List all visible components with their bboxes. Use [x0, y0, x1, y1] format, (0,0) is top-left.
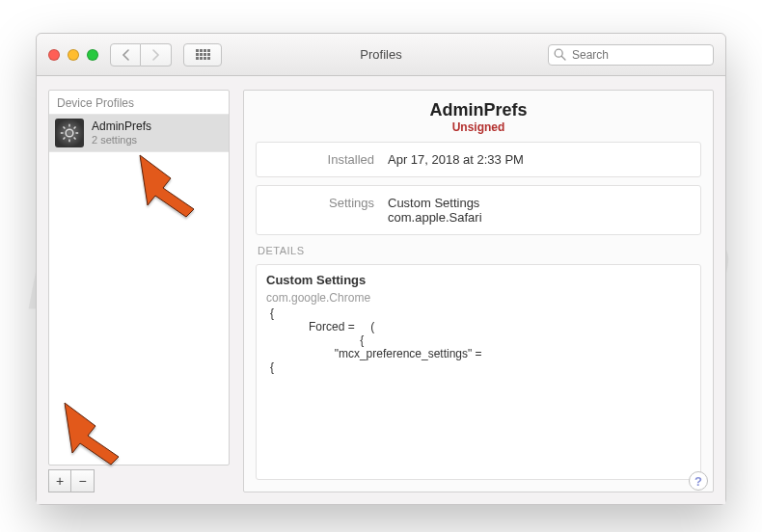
settings-card: Settings Custom Settings com.apple.Safar…: [256, 185, 701, 235]
show-all-button[interactable]: [183, 43, 222, 66]
minimize-icon[interactable]: [68, 49, 79, 61]
profile-item-adminprefs[interactable]: AdminPrefs 2 settings: [49, 114, 229, 152]
search-icon: [554, 48, 566, 64]
content-area: Device Profiles AdminPrefs 2 settings + …: [37, 76, 725, 504]
back-button[interactable]: [110, 43, 141, 66]
installed-label: Installed: [268, 152, 374, 167]
close-icon[interactable]: [48, 49, 60, 61]
profile-item-title: AdminPrefs: [92, 120, 151, 134]
details-title: Custom Settings: [266, 273, 691, 287]
forward-button[interactable]: [141, 43, 172, 66]
installed-card: Installed Apr 17, 2018 at 2:33 PM: [256, 142, 701, 177]
sidebar-bottom-toolbar: + −: [48, 466, 230, 492]
settings-label: Settings: [268, 196, 374, 225]
details-card: Custom Settings com.google.Chrome { Forc…: [256, 264, 701, 480]
help-button[interactable]: ?: [689, 471, 708, 491]
profiles-list: Device Profiles AdminPrefs 2 settings: [48, 90, 230, 466]
svg-line-1: [561, 56, 565, 60]
chevron-right-icon: [151, 49, 160, 61]
search-input[interactable]: [548, 44, 714, 66]
sidebar-header: Device Profiles: [49, 91, 229, 114]
svg-line-8: [74, 138, 76, 140]
window-titlebar: Profiles: [37, 34, 725, 76]
profile-status: Unsigned: [256, 120, 701, 134]
add-profile-button[interactable]: +: [48, 469, 71, 492]
details-body: { Forced = ( { "mcx_preference_settings"…: [270, 306, 691, 374]
preferences-window: Profiles Device Profiles AdminPrefs 2 se…: [36, 33, 726, 505]
gear-icon: [55, 119, 84, 147]
settings-value-1: Custom Settings: [388, 196, 482, 210]
remove-profile-button[interactable]: −: [71, 469, 95, 492]
svg-line-9: [63, 138, 65, 140]
profile-name: AdminPrefs: [256, 100, 701, 120]
nav-back-forward: [110, 43, 172, 66]
traffic-lights: [48, 49, 98, 61]
sidebar: Device Profiles AdminPrefs 2 settings + …: [48, 90, 230, 492]
details-header: DETAILS: [258, 245, 699, 256]
settings-value-2: com.apple.Safari: [388, 210, 482, 225]
details-domain: com.google.Chrome: [266, 291, 370, 305]
svg-point-2: [66, 129, 73, 137]
chevron-left-icon: [122, 49, 130, 61]
zoom-icon[interactable]: [87, 49, 98, 61]
profile-details: AdminPrefs Unsigned Installed Apr 17, 20…: [243, 90, 714, 492]
svg-line-10: [74, 126, 76, 128]
grid-icon: [196, 49, 210, 60]
installed-value: Apr 17, 2018 at 2:33 PM: [388, 152, 524, 167]
svg-line-7: [63, 126, 65, 128]
profile-item-sub: 2 settings: [92, 134, 151, 146]
